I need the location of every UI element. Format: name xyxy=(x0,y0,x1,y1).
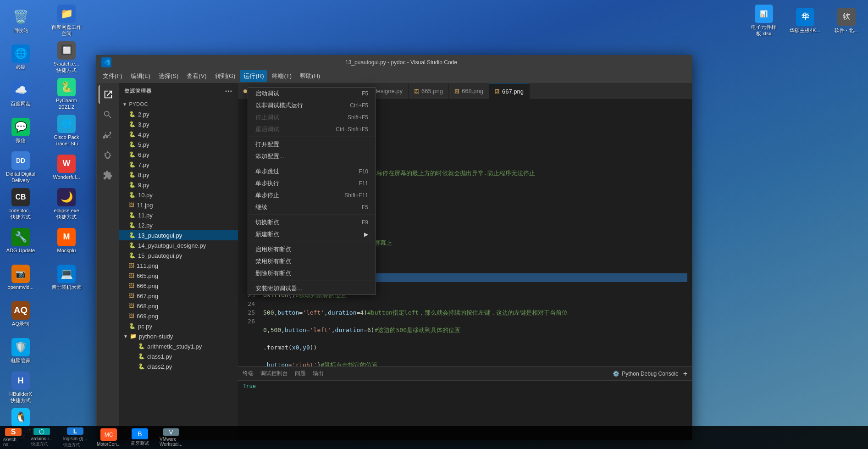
file-item-4py[interactable]: 🐍 4.py xyxy=(119,129,238,139)
desktop-icon-eclipse[interactable]: 🌙 eclipse.exe快捷方式 xyxy=(48,186,85,222)
file-item-14py[interactable]: 🐍 14_pyautogui_designe.py xyxy=(119,240,238,250)
file-item-6py[interactable]: 🐍 6.py xyxy=(119,150,238,160)
folder-python-study[interactable]: ▼ 📁 python-study xyxy=(119,331,238,341)
file-item-666png[interactable]: 🖼 666.png xyxy=(119,281,238,291)
menu-file[interactable]: 文件(F) xyxy=(99,70,126,82)
desktop-icon-wondershare[interactable]: W Wonderful... xyxy=(48,149,85,186)
desktop-icon-baidudisk[interactable]: 📁 百度网盘工作空间 xyxy=(48,2,85,39)
file-item-11py[interactable]: 🐍 11.py xyxy=(119,210,238,220)
menu-help[interactable]: 帮助(H) xyxy=(296,70,324,82)
desktop-icon-update[interactable]: 🔧 ADG Update xyxy=(2,222,39,259)
taskbar-item-logisim[interactable]: L logisim 仿...快捷方式 xyxy=(59,427,91,448)
pydoc-section-header[interactable]: ▼ PYDOC xyxy=(119,99,238,109)
separator-2 xyxy=(248,164,376,164)
file-item-13py[interactable]: 🐍 13_puautogui.py xyxy=(119,230,238,240)
menu-toggle-breakpoint[interactable]: 切换断点 F9 xyxy=(248,216,376,228)
menu-goto[interactable]: 转到(G) xyxy=(211,70,239,82)
taskbar-item-vmware[interactable]: V VMwareWorkstati... xyxy=(155,427,187,448)
menu-step-over[interactable]: 单步跳过 F10 xyxy=(248,166,376,177)
desktop-icon-components[interactable]: 📊 电子元件样板.xlsx xyxy=(744,2,783,39)
desktop-icon-software[interactable]: 软 软件 · 北... xyxy=(827,2,866,39)
section-arrow-icon: ▼ xyxy=(122,102,127,107)
desktop-icon-recycle[interactable]: 🗑️ 回收站 xyxy=(2,2,39,39)
terminal-tab-output[interactable]: 输出 xyxy=(313,368,324,379)
file-item-15py[interactable]: 🐍 15_puautogui.py xyxy=(119,250,238,261)
file-item-8py[interactable]: 🐍 8.py xyxy=(119,170,238,180)
py-file-icon: 🐍 xyxy=(129,212,136,218)
desktop-icon-install[interactable]: 💻 博士装机大师 xyxy=(48,259,85,296)
taskbar-item-bluetooth[interactable]: B 蓝牙测试 xyxy=(126,427,154,448)
file-item-3py[interactable]: 🐍 3.py xyxy=(119,119,238,129)
terminal-tab-debug[interactable]: 调试控制台 xyxy=(260,368,288,379)
taskbar-item-motorcon[interactable]: MC MotorCon... xyxy=(93,427,125,448)
file-item-class1[interactable]: 🐍 class1.py xyxy=(123,351,238,361)
activity-search[interactable] xyxy=(99,105,117,124)
file-item-111png[interactable]: 🖼 111.png xyxy=(119,261,238,271)
file-item-2py[interactable]: 🐍 2.py xyxy=(119,109,238,119)
desktop-icon-pycharm[interactable]: 🐍 PyCharm2021.2 xyxy=(48,76,85,112)
file-item-5py[interactable]: 🐍 5.py xyxy=(119,139,238,150)
desktop-icon-codeblocks[interactable]: CB codebloc...快捷方式 xyxy=(2,186,39,222)
menu-start-debug[interactable]: 启动调试 F5 xyxy=(248,88,376,100)
file-item-10py[interactable]: 🐍 10.py xyxy=(119,190,238,200)
menu-delete-all-breakpoints[interactable]: 删除所有断点 xyxy=(248,267,376,279)
menu-run-without-debug[interactable]: 以非调试模式运行 Ctrl+F5 xyxy=(248,100,376,111)
desktop-icon-baidu[interactable]: ☁️ 百度网盘 xyxy=(2,76,39,112)
menu-step-into[interactable]: 单步执行 F11 xyxy=(248,177,376,189)
menu-add-config[interactable]: 添加配置... xyxy=(248,150,376,162)
py-file-icon: 🐍 xyxy=(129,242,136,249)
file-item-class2[interactable]: 🐍 class2.py xyxy=(123,361,238,371)
file-item-9py[interactable]: 🐍 9.py xyxy=(119,180,238,190)
terminal-tab-problems[interactable]: 问题 xyxy=(295,368,306,379)
menu-disable-all-breakpoints[interactable]: 禁用所有断点 xyxy=(248,255,376,267)
title-bar: 13_puautogui.py - pydoc - Visual Studio … xyxy=(97,55,692,69)
file-item-12py[interactable]: 🐍 12.py xyxy=(119,220,238,230)
menu-view[interactable]: 查看(V) xyxy=(183,70,210,82)
add-terminal-button[interactable]: + xyxy=(683,370,687,378)
desktop-icon-openmv[interactable]: 📷 openmvid... xyxy=(2,259,39,296)
sidebar-more-button[interactable]: ··· xyxy=(225,87,232,95)
desktop-icon-aq[interactable]: AQ AQ录制 xyxy=(2,296,39,333)
menu-terminal[interactable]: 终端(T) xyxy=(268,70,295,82)
file-item-7py[interactable]: 🐍 7.py xyxy=(119,160,238,170)
file-item-668png[interactable]: 🖼 668.png xyxy=(119,301,238,311)
desktop-icon-mockplus[interactable]: M Mockplu xyxy=(48,222,85,259)
desktop-icon-asus[interactable]: 华 华硕主板4K... xyxy=(785,2,824,39)
menu-new-breakpoint[interactable]: 新建断点 ▶ xyxy=(248,228,376,240)
desktop-icon-cisco[interactable]: 🌐 Cisco PackTracer Stu xyxy=(48,112,85,149)
taskbar-item-sketch[interactable]: S sketch no... xyxy=(2,427,24,448)
menu-continue[interactable]: 继续 F5 xyxy=(248,201,376,213)
desktop-icons-right: 📊 电子元件样板.xlsx 华 华硕主板4K... 软 软件 · 北... xyxy=(675,0,868,92)
py-file-icon: 🐍 xyxy=(138,363,145,370)
menu-step-out[interactable]: 单步停止 Shift+F11 xyxy=(248,189,376,201)
activity-git[interactable] xyxy=(99,126,117,144)
desktop-icon-pcmgr[interactable]: 🛡️ 电脑管家 xyxy=(2,333,39,369)
file-item-pcpy[interactable]: 🐍 pc.py xyxy=(119,321,238,331)
menu-enable-all-breakpoints[interactable]: 启用所有断点 xyxy=(248,244,376,255)
python-debug-button[interactable]: ⚙️ Python Debug Console xyxy=(613,371,678,377)
desktop-icon-9patch[interactable]: 🔲 9-patch.e...快捷方式 xyxy=(48,39,85,76)
menu-install-debugger[interactable]: 安装附加调试器... xyxy=(248,283,376,294)
desktop-icon-bing[interactable]: 🌐 必应 xyxy=(2,39,39,76)
tab-667png[interactable]: 🖼 667.png xyxy=(489,83,530,99)
menu-select[interactable]: 选择(S) xyxy=(155,70,182,82)
separator-4 xyxy=(248,242,376,242)
menu-run[interactable]: 运行(R) xyxy=(240,70,267,82)
menu-edit[interactable]: 编辑(E) xyxy=(127,70,154,82)
desktop-icon-delivery[interactable]: DD Didital Digital Delivery xyxy=(2,149,39,186)
taskbar-item-arduino[interactable]: ⬡ arduino.i...快捷方式 xyxy=(26,427,58,448)
desktop-icon-wechat[interactable]: 💬 微信 xyxy=(2,112,39,149)
activity-extensions[interactable] xyxy=(99,166,117,184)
file-item-669png[interactable]: 🖼 669.png xyxy=(119,311,238,321)
terminal-tab-terminal[interactable]: 终端 xyxy=(243,368,254,379)
tab-665png[interactable]: 🖼 665.png xyxy=(409,83,449,99)
file-item-arithmetic[interactable]: 🐍 arithmetic_study1.py xyxy=(123,341,238,351)
file-item-11jpg[interactable]: 🖼 11.jpg xyxy=(119,200,238,210)
file-item-667png[interactable]: 🖼 667.png xyxy=(119,291,238,301)
menu-open-config[interactable]: 打开配置 xyxy=(248,139,376,150)
tab-668png[interactable]: 🖼 668.png xyxy=(449,83,489,99)
file-item-665png[interactable]: 🖼 665.png xyxy=(119,271,238,281)
activity-explorer[interactable] xyxy=(99,85,117,104)
desktop-icon-hbuilder[interactable]: H HBuilderX快捷方式 xyxy=(2,369,39,406)
activity-debug[interactable] xyxy=(99,146,117,164)
